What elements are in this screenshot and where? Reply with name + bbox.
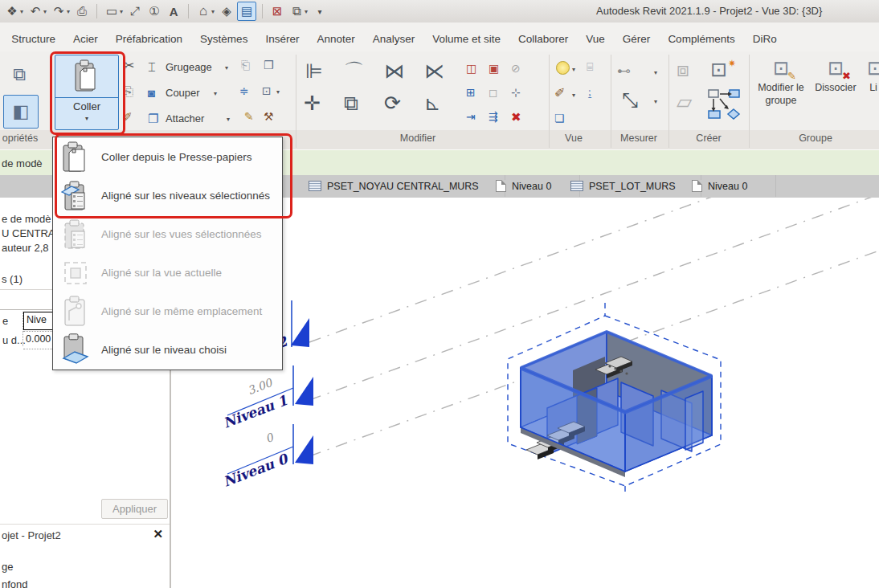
- join-geometry-icon[interactable]: ❐: [148, 112, 158, 125]
- apply-button[interactable]: Appliquer: [101, 499, 168, 519]
- caret-icon[interactable]: ▾: [654, 98, 657, 105]
- ungroup-button[interactable]: ⊡✖ Dissocier: [810, 56, 861, 95]
- level-marker-1[interactable]: 3.00 Niveau 1: [221, 365, 313, 431]
- properties-palette-icon[interactable]: ◧: [3, 95, 39, 129]
- demolish-icon[interactable]: ⚒: [264, 111, 274, 122]
- tab-collaborer[interactable]: Collaborer: [509, 27, 577, 51]
- tab-complements[interactable]: Compléments: [659, 27, 743, 51]
- create-parts-icon[interactable]: [707, 88, 742, 124]
- tab-annoter[interactable]: Annoter: [308, 27, 363, 51]
- tab-prefabrication[interactable]: Préfabrication: [107, 27, 191, 51]
- caret-icon[interactable]: ▾: [225, 64, 228, 71]
- text-icon[interactable]: A: [165, 2, 182, 20]
- print-icon[interactable]: ⎙: [73, 2, 91, 20]
- caret-icon[interactable]: ▾: [572, 92, 575, 99]
- copy-tool-icon[interactable]: ⧉: [344, 93, 358, 113]
- level-marker-0[interactable]: 0 Niveau 0: [221, 424, 313, 490]
- tab-structure[interactable]: Structure: [2, 27, 64, 51]
- offset-icon[interactable]: ⌒: [344, 61, 364, 81]
- move-icon[interactable]: ✛: [304, 93, 321, 113]
- menu-item-aligned-selected-levels[interactable]: Aligné sur les niveaux sélectionnés: [53, 176, 282, 214]
- tab-volume-et-site[interactable]: Volume et site: [423, 27, 509, 51]
- home-3d-icon[interactable]: ⌂: [194, 2, 212, 20]
- measure-between-icon[interactable]: ⤡: [622, 90, 638, 110]
- mirror-draw-axis-icon[interactable]: ⋉: [424, 61, 444, 81]
- thin-lines-icon[interactable]: ▤: [237, 2, 256, 21]
- browser-tree-fragment-2[interactable]: nfond: [2, 578, 28, 588]
- array-icon[interactable]: ⊡: [262, 85, 272, 96]
- caret-icon[interactable]: ▾: [43, 8, 47, 15]
- caret-icon[interactable]: ▾: [120, 8, 123, 15]
- modify-ruler-icon[interactable]: ▭: [103, 2, 121, 20]
- trim-multiple-icon[interactable]: ⇶: [489, 111, 498, 122]
- building-model[interactable]: [521, 332, 712, 477]
- tag-icon[interactable]: ①: [145, 2, 163, 20]
- caret-icon[interactable]: ▾: [55, 115, 118, 122]
- caret-icon[interactable]: ▾: [654, 69, 657, 76]
- menu-item-paste-from-clipboard[interactable]: Coller depuis le Presse-papiers: [53, 137, 282, 176]
- trim-single-icon[interactable]: ⇥: [466, 111, 476, 122]
- menu-item-aligned-chosen-level[interactable]: Aligné sur le niveau choisi: [53, 330, 282, 369]
- align-icon[interactable]: ⊫: [305, 61, 323, 81]
- view-tab-plan-2[interactable]: Niveau 0: [682, 175, 776, 197]
- override-brush-icon[interactable]: ✐: [554, 87, 565, 100]
- offset-copy-icon[interactable]: ≑: [239, 85, 249, 96]
- caret-icon[interactable]: ▾: [211, 8, 215, 15]
- delete-icon[interactable]: ✖: [511, 111, 521, 123]
- section-icon[interactable]: ◈: [218, 2, 235, 20]
- caret-icon[interactable]: ▾: [67, 8, 70, 15]
- caret-icon[interactable]: ▾: [20, 8, 23, 15]
- switch-windows-icon[interactable]: ⧉: [288, 2, 305, 20]
- split-gap-icon[interactable]: ▣: [489, 63, 499, 74]
- view-tab-schedule-2[interactable]: PSET_LOT_MURS: [561, 175, 701, 197]
- pin-icon[interactable]: ⊹: [511, 87, 521, 98]
- filter-combobox-fragment[interactable]: s (1): [2, 273, 22, 285]
- tab-acier[interactable]: Acier: [64, 27, 107, 51]
- cut-geometry-label[interactable]: Couper: [166, 87, 200, 99]
- cut-geometry-icon[interactable]: ◙: [148, 87, 155, 99]
- level-name: Niveau 1: [221, 392, 289, 431]
- cope-label[interactable]: Grugeage: [166, 61, 212, 73]
- cut-icon[interactable]: ✂: [124, 59, 134, 72]
- properties-type-icon[interactable]: ⧉: [0, 56, 39, 93]
- linework-icon[interactable]: ⍮: [587, 87, 593, 98]
- redo-icon[interactable]: ↷: [50, 2, 67, 20]
- tab-gerer[interactable]: Gérer: [614, 27, 660, 51]
- close-icon[interactable]: ✕: [153, 527, 163, 541]
- caret-icon[interactable]: ▾: [276, 88, 280, 96]
- mirror-pick-axis-icon[interactable]: ⋈: [384, 61, 404, 81]
- caret-icon[interactable]: ▾: [305, 8, 308, 15]
- tab-inserer[interactable]: Insérer: [256, 27, 308, 51]
- array-multi-icon[interactable]: ⊞: [466, 87, 476, 98]
- rotate-icon[interactable]: ⟳: [384, 93, 401, 113]
- create-similar-icon[interactable]: ⊡: [710, 59, 727, 80]
- link-group-button[interactable]: ⊡⚭ Li: [861, 56, 879, 95]
- customize-qat-icon[interactable]: ▾: [311, 2, 329, 20]
- view-tab-schedule-1[interactable]: PSET_NOYAU CENTRAL_MURS: [299, 175, 505, 197]
- tab-analyser[interactable]: Analyser: [364, 27, 424, 51]
- tab-vue[interactable]: Vue: [577, 27, 614, 51]
- trim-extend-icon[interactable]: ⊾: [424, 93, 441, 113]
- tab-diroots[interactable]: DiRo: [744, 27, 786, 51]
- caret-icon[interactable]: ▾: [572, 66, 575, 73]
- ruler-icon[interactable]: ⊷: [617, 64, 631, 78]
- measure-icon[interactable]: ⤢: [126, 2, 144, 20]
- copy-icon[interactable]: ⎘: [124, 85, 133, 97]
- cope-icon[interactable]: ⌶: [148, 61, 156, 74]
- edit-group-button[interactable]: ⊡✎ Modifier le groupe: [755, 56, 807, 107]
- close-hidden-icon[interactable]: ⊠: [268, 2, 286, 20]
- tab-systemes[interactable]: Systèmes: [191, 27, 256, 51]
- beam-box-icon[interactable]: ❒: [264, 59, 274, 71]
- paste-button[interactable]: Coller ▾: [55, 55, 119, 130]
- caret-icon[interactable]: ▾: [227, 116, 230, 123]
- browser-tree-fragment-1[interactable]: ge: [2, 561, 13, 573]
- caret-icon[interactable]: ▾: [214, 90, 217, 97]
- join-geometry-label[interactable]: Attacher: [166, 112, 204, 125]
- undo-icon[interactable]: ↶: [27, 2, 44, 20]
- app-box-icon[interactable]: ❖: [3, 2, 21, 20]
- profile-edit-icon[interactable]: ✎: [244, 111, 254, 122]
- match-properties-icon[interactable]: ✐: [122, 111, 133, 123]
- lightbulb-icon[interactable]: [556, 61, 570, 75]
- split-element-icon[interactable]: ◫: [466, 63, 476, 74]
- displace-elements-icon[interactable]: ❏: [554, 112, 565, 124]
